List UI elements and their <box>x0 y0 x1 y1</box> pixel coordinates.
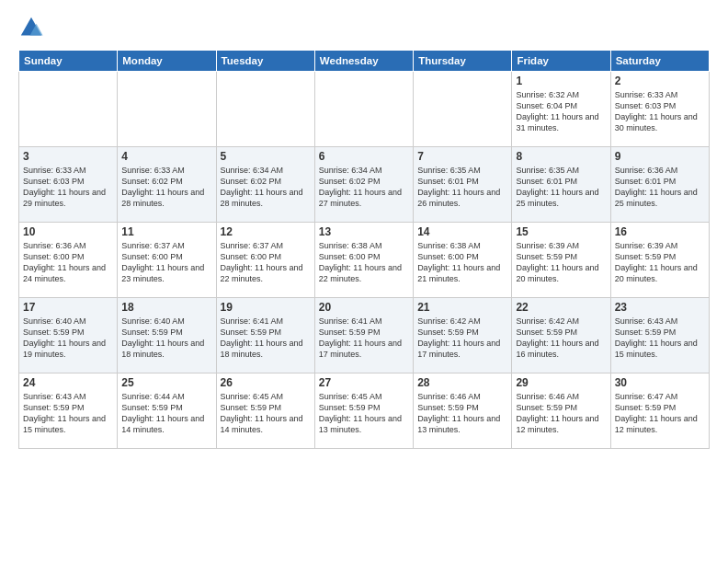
week-row-3: 17Sunrise: 6:40 AM Sunset: 5:59 PM Dayli… <box>19 298 710 373</box>
day-number: 15 <box>516 225 606 238</box>
week-row-2: 10Sunrise: 6:36 AM Sunset: 6:00 PM Dayli… <box>19 223 710 298</box>
cell-info: Sunrise: 6:34 AM Sunset: 6:02 PM Dayligh… <box>319 165 409 210</box>
calendar-cell: 23Sunrise: 6:43 AM Sunset: 5:59 PM Dayli… <box>610 298 709 373</box>
cell-info: Sunrise: 6:45 AM Sunset: 5:59 PM Dayligh… <box>221 391 311 436</box>
calendar-cell: 16Sunrise: 6:39 AM Sunset: 5:59 PM Dayli… <box>610 223 709 298</box>
day-number: 6 <box>319 150 409 163</box>
calendar-cell: 7Sunrise: 6:35 AM Sunset: 6:01 PM Daylig… <box>414 147 512 223</box>
day-number: 3 <box>23 150 113 163</box>
day-number: 28 <box>417 376 507 389</box>
calendar-cell: 18Sunrise: 6:40 AM Sunset: 5:59 PM Dayli… <box>118 298 216 373</box>
calendar-cell: 25Sunrise: 6:44 AM Sunset: 5:59 PM Dayli… <box>118 373 216 449</box>
day-number: 21 <box>417 301 507 314</box>
calendar-cell: 12Sunrise: 6:37 AM Sunset: 6:00 PM Dayli… <box>216 223 314 298</box>
day-number: 8 <box>516 150 606 163</box>
logo <box>18 15 48 40</box>
day-number: 30 <box>615 376 705 389</box>
day-number: 20 <box>319 301 409 314</box>
cell-info: Sunrise: 6:41 AM Sunset: 5:59 PM Dayligh… <box>319 316 409 361</box>
day-number: 14 <box>417 225 507 238</box>
cell-info: Sunrise: 6:41 AM Sunset: 5:59 PM Dayligh… <box>221 316 311 361</box>
col-header-thursday: Thursday <box>414 51 512 72</box>
cell-info: Sunrise: 6:36 AM Sunset: 6:01 PM Dayligh… <box>615 165 705 210</box>
day-number: 29 <box>516 376 606 389</box>
cell-info: Sunrise: 6:33 AM Sunset: 6:03 PM Dayligh… <box>615 89 705 134</box>
calendar-cell <box>414 72 512 147</box>
cell-info: Sunrise: 6:39 AM Sunset: 5:59 PM Dayligh… <box>615 240 705 285</box>
day-number: 17 <box>23 301 113 314</box>
day-number: 22 <box>516 301 606 314</box>
day-number: 24 <box>23 376 113 389</box>
calendar-cell: 10Sunrise: 6:36 AM Sunset: 6:00 PM Dayli… <box>19 223 118 298</box>
day-number: 23 <box>615 301 705 314</box>
col-header-tuesday: Tuesday <box>216 51 314 72</box>
cell-info: Sunrise: 6:46 AM Sunset: 5:59 PM Dayligh… <box>516 391 606 436</box>
calendar-cell <box>216 72 314 147</box>
day-number: 19 <box>221 301 311 314</box>
cell-info: Sunrise: 6:33 AM Sunset: 6:03 PM Dayligh… <box>23 165 113 210</box>
cell-info: Sunrise: 6:39 AM Sunset: 5:59 PM Dayligh… <box>516 240 606 285</box>
calendar-cell: 3Sunrise: 6:33 AM Sunset: 6:03 PM Daylig… <box>19 147 118 223</box>
calendar-cell: 4Sunrise: 6:33 AM Sunset: 6:02 PM Daylig… <box>118 147 216 223</box>
cell-info: Sunrise: 6:35 AM Sunset: 6:01 PM Dayligh… <box>417 165 507 210</box>
day-number: 13 <box>319 225 409 238</box>
day-number: 7 <box>417 150 507 163</box>
cell-info: Sunrise: 6:32 AM Sunset: 6:04 PM Dayligh… <box>516 89 606 134</box>
calendar-cell <box>314 72 413 147</box>
day-number: 12 <box>221 225 311 238</box>
day-number: 16 <box>615 225 705 238</box>
cell-info: Sunrise: 6:42 AM Sunset: 5:59 PM Dayligh… <box>417 316 507 361</box>
day-number: 26 <box>221 376 311 389</box>
col-header-monday: Monday <box>118 51 216 72</box>
cell-info: Sunrise: 6:44 AM Sunset: 5:59 PM Dayligh… <box>121 391 211 436</box>
calendar-cell: 19Sunrise: 6:41 AM Sunset: 5:59 PM Dayli… <box>216 298 314 373</box>
calendar-cell: 11Sunrise: 6:37 AM Sunset: 6:00 PM Dayli… <box>118 223 216 298</box>
calendar-cell: 24Sunrise: 6:43 AM Sunset: 5:59 PM Dayli… <box>19 373 118 449</box>
day-number: 9 <box>615 150 705 163</box>
calendar-cell: 1Sunrise: 6:32 AM Sunset: 6:04 PM Daylig… <box>512 72 610 147</box>
calendar-cell <box>118 72 216 147</box>
cell-info: Sunrise: 6:40 AM Sunset: 5:59 PM Dayligh… <box>121 316 211 361</box>
calendar-cell: 20Sunrise: 6:41 AM Sunset: 5:59 PM Dayli… <box>314 298 413 373</box>
calendar-cell: 8Sunrise: 6:35 AM Sunset: 6:01 PM Daylig… <box>512 147 610 223</box>
calendar-cell: 28Sunrise: 6:46 AM Sunset: 5:59 PM Dayli… <box>414 373 512 449</box>
calendar-cell: 2Sunrise: 6:33 AM Sunset: 6:03 PM Daylig… <box>610 72 709 147</box>
cell-info: Sunrise: 6:47 AM Sunset: 5:59 PM Dayligh… <box>615 391 705 436</box>
calendar-cell: 22Sunrise: 6:42 AM Sunset: 5:59 PM Dayli… <box>512 298 610 373</box>
day-number: 27 <box>319 376 409 389</box>
day-number: 25 <box>121 376 211 389</box>
day-number: 1 <box>516 75 606 87</box>
calendar-cell: 21Sunrise: 6:42 AM Sunset: 5:59 PM Dayli… <box>414 298 512 373</box>
calendar-table: SundayMondayTuesdayWednesdayThursdayFrid… <box>18 50 710 449</box>
calendar-cell: 27Sunrise: 6:45 AM Sunset: 5:59 PM Dayli… <box>314 373 413 449</box>
day-number: 10 <box>23 225 113 238</box>
cell-info: Sunrise: 6:36 AM Sunset: 6:00 PM Dayligh… <box>23 240 113 285</box>
calendar-cell: 13Sunrise: 6:38 AM Sunset: 6:00 PM Dayli… <box>314 223 413 298</box>
cell-info: Sunrise: 6:37 AM Sunset: 6:00 PM Dayligh… <box>221 240 311 285</box>
col-header-saturday: Saturday <box>610 51 709 72</box>
cell-info: Sunrise: 6:34 AM Sunset: 6:02 PM Dayligh… <box>221 165 311 210</box>
cell-info: Sunrise: 6:45 AM Sunset: 5:59 PM Dayligh… <box>319 391 409 436</box>
cell-info: Sunrise: 6:42 AM Sunset: 5:59 PM Dayligh… <box>516 316 606 361</box>
calendar-cell: 30Sunrise: 6:47 AM Sunset: 5:59 PM Dayli… <box>610 373 709 449</box>
cell-info: Sunrise: 6:40 AM Sunset: 5:59 PM Dayligh… <box>23 316 113 361</box>
week-row-1: 3Sunrise: 6:33 AM Sunset: 6:03 PM Daylig… <box>19 147 710 223</box>
calendar-cell: 5Sunrise: 6:34 AM Sunset: 6:02 PM Daylig… <box>216 147 314 223</box>
cell-info: Sunrise: 6:43 AM Sunset: 5:59 PM Dayligh… <box>23 391 113 436</box>
calendar-cell: 15Sunrise: 6:39 AM Sunset: 5:59 PM Dayli… <box>512 223 610 298</box>
calendar-cell: 9Sunrise: 6:36 AM Sunset: 6:01 PM Daylig… <box>610 147 709 223</box>
calendar-cell: 6Sunrise: 6:34 AM Sunset: 6:02 PM Daylig… <box>314 147 413 223</box>
calendar-cell: 26Sunrise: 6:45 AM Sunset: 5:59 PM Dayli… <box>216 373 314 449</box>
calendar-cell <box>19 72 118 147</box>
cell-info: Sunrise: 6:43 AM Sunset: 5:59 PM Dayligh… <box>615 316 705 361</box>
cell-info: Sunrise: 6:46 AM Sunset: 5:59 PM Dayligh… <box>417 391 507 436</box>
cell-info: Sunrise: 6:38 AM Sunset: 6:00 PM Dayligh… <box>319 240 409 285</box>
cell-info: Sunrise: 6:37 AM Sunset: 6:00 PM Dayligh… <box>121 240 211 285</box>
day-number: 11 <box>121 225 211 238</box>
calendar-cell: 17Sunrise: 6:40 AM Sunset: 5:59 PM Dayli… <box>19 298 118 373</box>
page: SundayMondayTuesdayWednesdayThursdayFrid… <box>0 0 728 458</box>
week-row-4: 24Sunrise: 6:43 AM Sunset: 5:59 PM Dayli… <box>19 373 710 449</box>
calendar-cell: 29Sunrise: 6:46 AM Sunset: 5:59 PM Dayli… <box>512 373 610 449</box>
day-number: 2 <box>615 75 705 87</box>
calendar-header-row: SundayMondayTuesdayWednesdayThursdayFrid… <box>19 51 710 72</box>
